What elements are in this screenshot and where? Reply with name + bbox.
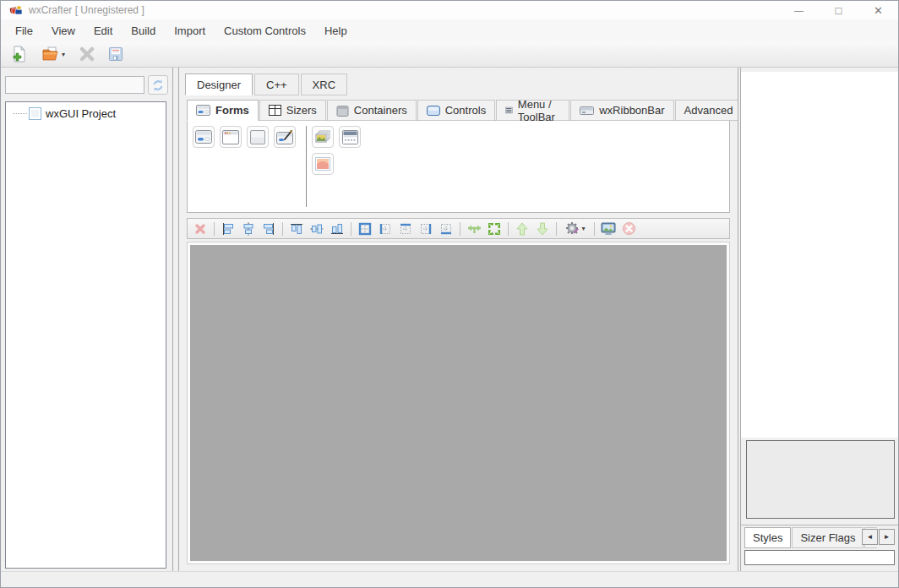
menu-build[interactable]: Build <box>122 21 165 41</box>
palette-tab-controls[interactable]: Controls <box>417 100 495 121</box>
tab-xrc[interactable]: XRC <box>301 74 347 95</box>
palette-tab-label: Sizers <box>286 104 317 117</box>
control-icon <box>427 106 440 116</box>
border-all-button[interactable] <box>356 220 374 237</box>
new-file-icon <box>10 45 29 63</box>
styles-filter-input[interactable] <box>744 550 895 565</box>
border-top-button[interactable] <box>396 220 415 237</box>
tab-scroll-right-button[interactable]: ► <box>879 529 895 545</box>
expand-horizontally-button[interactable] <box>465 220 483 237</box>
palette-tab-forms[interactable]: Forms <box>187 100 259 121</box>
tree-item-wxgui-project[interactable]: wxGUI Project <box>6 106 166 121</box>
align-center-horizontal-icon <box>242 222 255 236</box>
palette-tab-sizers[interactable]: Sizers <box>259 100 326 121</box>
popup-window-icon <box>342 130 358 144</box>
border-bottom-button[interactable] <box>437 220 455 237</box>
gear-edit-icon <box>565 221 580 236</box>
image-icon <box>315 157 330 171</box>
align-bottom-button[interactable] <box>328 220 346 237</box>
border-bottom-icon <box>439 222 453 236</box>
tab-sizer-flags[interactable]: Sizer Flags <box>792 527 864 548</box>
align-left-icon <box>221 222 235 236</box>
image-button[interactable] <box>312 153 334 175</box>
palette-tab-advanced[interactable]: Advanced <box>675 100 743 121</box>
menu-file[interactable]: File <box>6 21 42 41</box>
menu-help[interactable]: Help <box>315 21 357 41</box>
align-bottom-icon <box>330 222 344 236</box>
close-button[interactable]: ✕ <box>858 1 898 19</box>
border-top-icon <box>399 222 412 236</box>
properties-sidebar: Styles Sizer Flags w ◄ ► <box>741 68 898 571</box>
align-right-icon <box>262 222 275 236</box>
menu-edit[interactable]: Edit <box>84 21 122 41</box>
palette-tab-label: Containers <box>354 104 407 117</box>
popup-window-button[interactable] <box>339 126 361 148</box>
open-project-button[interactable]: ▾ <box>36 43 70 65</box>
palette-tab-containers[interactable]: Containers <box>327 100 417 121</box>
close-project-button <box>75 43 99 65</box>
palette-tab-label: Advanced <box>684 104 733 117</box>
palette-tab-label: Controls <box>445 104 486 117</box>
main-area: ⌄ wxGUI Project <box>1 68 898 571</box>
left-splitter[interactable] <box>172 68 179 571</box>
tab-scroll-left-button[interactable]: ◄ <box>862 529 878 545</box>
tab-styles[interactable]: Styles <box>744 527 791 548</box>
designer-area: Designer C++ XRC Forms Sizers <box>179 68 738 571</box>
main-toolbar: ▾ <box>1 41 898 68</box>
tree-item-label: wxGUI Project <box>46 107 116 120</box>
palette-tab-menu-toolbar[interactable]: Menu / ToolBar <box>496 100 569 121</box>
designer-toolbar: ▾ <box>187 218 730 239</box>
wxwizard-button[interactable] <box>274 126 296 148</box>
align-center-vertical-icon <box>310 222 324 236</box>
refresh-button[interactable] <box>148 75 168 95</box>
tab-designer[interactable]: Designer <box>185 74 253 95</box>
images-list-button[interactable] <box>312 126 334 148</box>
close-x-icon <box>78 45 96 63</box>
minimize-button[interactable]: — <box>779 1 819 19</box>
options-caret-icon: ▾ <box>581 225 585 232</box>
align-center-horizontal-button[interactable] <box>239 220 258 237</box>
palette-tabs: Forms Sizers Containers Controls <box>187 100 730 121</box>
expand-all-icon <box>488 222 501 236</box>
open-folder-icon <box>41 45 60 63</box>
options-button[interactable]: ▾ <box>561 220 590 237</box>
save-floppy-icon <box>106 45 125 63</box>
new-project-button[interactable] <box>8 43 31 65</box>
preview-button[interactable] <box>599 220 618 237</box>
wxpanel-button[interactable] <box>247 126 269 148</box>
delete-item-button <box>191 220 210 237</box>
menu-import[interactable]: Import <box>165 21 215 41</box>
control-palette: Forms Sizers Containers Controls <box>187 100 730 213</box>
tree-branch-line <box>13 113 27 114</box>
align-right-button[interactable] <box>259 220 278 237</box>
tab-cpp[interactable]: C++ <box>254 74 299 95</box>
status-bar <box>1 571 898 587</box>
arrow-left-icon: ◄ <box>867 533 874 541</box>
open-dropdown-caret-icon[interactable]: ▾ <box>62 51 65 58</box>
palette-tab-label: wxRibbonBar <box>599 104 664 117</box>
notebook-icon <box>336 105 349 117</box>
menu-bar: File View Edit Build Import Custom Contr… <box>1 19 898 41</box>
menu-custom-controls[interactable]: Custom Controls <box>215 21 315 41</box>
align-center-vertical-button[interactable] <box>308 220 326 237</box>
align-left-button[interactable] <box>219 220 237 237</box>
border-right-button[interactable] <box>417 220 435 237</box>
designer-canvas[interactable] <box>190 245 727 561</box>
align-top-button[interactable] <box>287 220 306 237</box>
canvas-container <box>187 242 730 564</box>
images-list-icon <box>315 130 331 144</box>
project-combobox[interactable]: ⌄ <box>5 76 144 94</box>
close-preview-button <box>619 220 638 237</box>
dialog-icon <box>196 105 210 116</box>
maximize-button[interactable]: □ <box>819 1 858 19</box>
wxframe-button[interactable] <box>220 126 242 148</box>
document-tabs: Designer C++ XRC <box>185 74 738 95</box>
grid-icon <box>269 105 281 116</box>
project-combobox-input[interactable] <box>8 78 158 92</box>
menu-view[interactable]: View <box>42 21 84 41</box>
palette-tab-wxribbonbar[interactable]: wxRibbonBar <box>570 100 673 121</box>
expand-all-button[interactable] <box>485 220 504 237</box>
wxdialog-button[interactable] <box>193 126 215 148</box>
border-left-button[interactable] <box>376 220 395 237</box>
palette-group-separator <box>306 126 307 207</box>
